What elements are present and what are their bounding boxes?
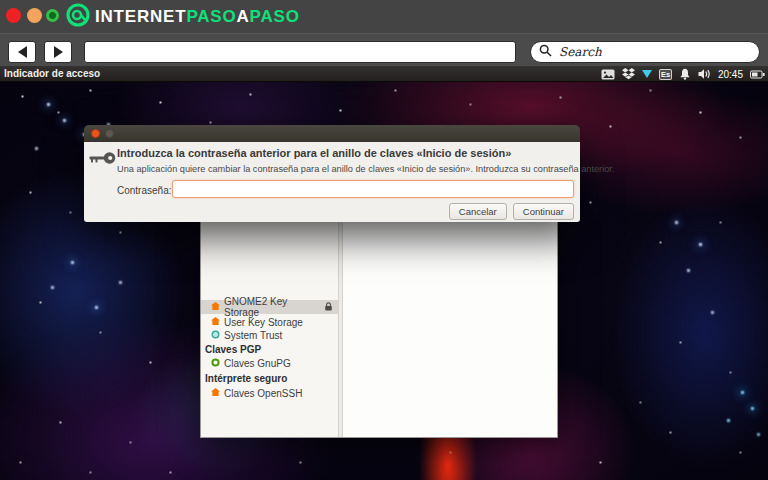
logo-text: INTERNETPASOAPASO xyxy=(95,7,300,27)
sidebar-item-claves-openssh[interactable]: Claves OpenSSH xyxy=(201,386,339,400)
search-input[interactable] xyxy=(557,44,751,60)
desktop-wallpaper: GNOME2 Key Storage User Key Storage xyxy=(0,82,768,480)
key-icon xyxy=(89,150,116,170)
dialog-close-button[interactable] xyxy=(91,129,100,138)
battery-icon[interactable] xyxy=(750,70,765,79)
ubuntu-top-panel: Indicador de acceso Es xyxy=(0,66,768,82)
logo-at-icon xyxy=(66,3,90,31)
browser-titlebar: INTERNETPASOAPASO xyxy=(0,0,768,33)
volume-icon[interactable] xyxy=(698,68,711,80)
keyring-icon xyxy=(211,317,220,328)
sidebar-header-interprete-seguro: Intérprete seguro xyxy=(201,371,339,385)
sidebar-header-claves-pgp: Claves PGP xyxy=(201,342,339,356)
passwords-and-keys-window: GNOME2 Key Storage User Key Storage xyxy=(200,213,558,438)
keys-content-pane xyxy=(343,214,557,437)
bright-star-clusters xyxy=(0,82,1,83)
access-indicator-menu[interactable]: Indicador de acceso xyxy=(4,66,100,81)
dialog-message: Una aplicación quiere cambiar la contras… xyxy=(117,164,614,174)
sidebar-item-system-trust[interactable]: System Trust xyxy=(201,328,339,342)
continue-button[interactable]: Continuar xyxy=(513,203,574,220)
dialog-buttons: Cancelar Continuar xyxy=(449,203,574,220)
screenshot-stage: INTERNETPASOAPASO Indicador de acceso xyxy=(0,0,768,480)
download-indicator-icon[interactable] xyxy=(642,70,652,78)
keyring-password-dialog: Introduzca la contraseña anterior para e… xyxy=(84,125,580,222)
sidebar-item-gnome2-key-storage[interactable]: GNOME2 Key Storage xyxy=(201,300,339,314)
notifications-bell-icon[interactable] xyxy=(679,68,691,80)
keyring-icon xyxy=(211,302,220,313)
image-viewer-icon[interactable] xyxy=(601,69,615,80)
site-logo: INTERNETPASOAPASO xyxy=(66,4,300,30)
keys-sidebar: GNOME2 Key Storage User Key Storage xyxy=(201,214,339,437)
lock-icon xyxy=(324,302,333,313)
openssh-icon xyxy=(211,388,220,399)
keyboard-layout-indicator[interactable]: Es xyxy=(659,69,672,80)
sidebar-item-user-key-storage[interactable]: User Key Storage xyxy=(201,315,339,329)
clock[interactable]: 20:45 xyxy=(718,69,743,80)
window-minimize-button[interactable] xyxy=(27,8,42,23)
dialog-minimize-button[interactable] xyxy=(105,129,114,138)
forward-button[interactable] xyxy=(44,41,72,63)
window-close-button[interactable] xyxy=(6,8,21,23)
gnupg-icon xyxy=(211,358,220,369)
forward-icon xyxy=(54,46,63,58)
dropbox-icon[interactable] xyxy=(622,68,635,80)
trust-icon xyxy=(211,330,220,341)
sidebar-item-claves-gnupg[interactable]: Claves GnuPG xyxy=(201,356,339,370)
browser-navbar xyxy=(0,33,768,66)
cancel-button[interactable]: Cancelar xyxy=(449,203,507,220)
system-tray: Es 20:45 xyxy=(601,66,765,82)
search-box[interactable] xyxy=(530,41,760,63)
back-button[interactable] xyxy=(8,41,36,63)
password-label: Contraseña: xyxy=(117,185,171,196)
address-bar[interactable] xyxy=(84,41,516,63)
dialog-titlebar xyxy=(84,125,580,142)
dialog-title: Introduzca la contraseña anterior para e… xyxy=(117,147,574,159)
dialog-body: Introduzca la contraseña anterior para e… xyxy=(84,142,580,222)
back-icon xyxy=(18,46,27,58)
window-maximize-button[interactable] xyxy=(46,9,59,22)
password-input[interactable] xyxy=(172,180,574,198)
search-icon xyxy=(539,43,552,61)
